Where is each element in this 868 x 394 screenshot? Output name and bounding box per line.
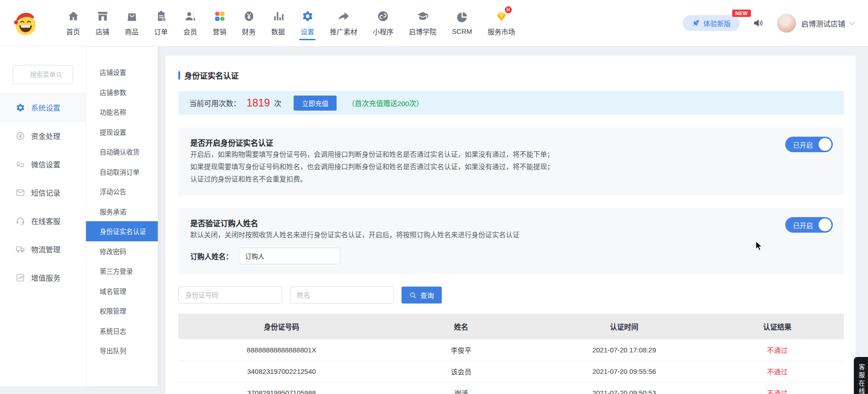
name-search-input[interactable] xyxy=(290,287,394,303)
gear-icon xyxy=(301,10,314,22)
submenu-item-auto-confirm-receipt[interactable]: 自动确认收货 xyxy=(86,142,158,162)
submenu-item-feature-names[interactable]: 功能名称 xyxy=(86,102,158,122)
table-header-row: 身份证号码 姓名 认证时间 认证结果 xyxy=(178,314,844,339)
submenu-item-domain-management[interactable]: 域名管理 xyxy=(86,281,158,301)
yuan-coin-icon xyxy=(243,10,255,22)
nav-item-promo-material[interactable]: 推广素材 xyxy=(322,0,365,46)
nav-label: 小程序 xyxy=(373,27,393,36)
submenu-item-system-log[interactable]: 系统日志 xyxy=(86,321,158,341)
cell-auth-time: 2021-07-20 09:50:53 xyxy=(538,382,711,394)
body-layout: 系统设置 资金处理 微信设置 短信记录 在线客服 物流管理 xyxy=(0,47,868,394)
nav-item-members[interactable]: 会员 xyxy=(176,0,205,46)
sidebar-item-system-settings[interactable]: 系统设置 xyxy=(0,93,86,122)
nav-item-marketing[interactable]: 营销 xyxy=(205,0,234,46)
orderer-name-field-row: 订购人姓名： xyxy=(190,248,832,264)
nav-item-finance[interactable]: 财务 xyxy=(234,0,263,46)
cell-id-number: 340823197002212540 xyxy=(178,361,385,382)
nav-item-data[interactable]: 数据 xyxy=(263,0,293,46)
quota-unit: 次 xyxy=(274,97,281,108)
search-icon xyxy=(56,71,63,78)
section-desc-line: 默认关闭，关闭时按照收货人姓名来进行身份证实名认证，开启后，将按照订购人姓名来进… xyxy=(190,229,832,241)
submenu-item-auto-cancel-order[interactable]: 自动取消订单 xyxy=(86,162,158,182)
pie-chart-icon xyxy=(456,11,468,23)
top-header: 首页 店铺 商品 订单 会员 营销 xyxy=(0,0,868,47)
announcement-speaker-icon[interactable] xyxy=(752,17,765,29)
nav-item-orders[interactable]: 订单 xyxy=(146,0,176,46)
section-desc-line: 如果提现需要填写身份证号码和姓名，也会调用接口判断身份证和姓名是否通过实名认证，… xyxy=(190,160,832,173)
submenu-item-withdraw-settings[interactable]: 提现设置 xyxy=(86,122,158,142)
admin-page: 首页 店铺 商品 订单 会员 营销 xyxy=(0,0,868,394)
submenu-item-export-queue[interactable]: 导出队列 xyxy=(86,341,158,361)
nav-item-goods[interactable]: 商品 xyxy=(117,0,146,46)
nav-label: SCRM xyxy=(452,27,472,35)
orderer-name-toggle[interactable]: 已开启 xyxy=(785,217,833,233)
trend-chart-icon xyxy=(16,273,25,282)
orderer-name-section: 是否验证订购人姓名 默认关闭，关闭时按照收货人姓名来进行身份证实名认证，开启后，… xyxy=(178,208,844,274)
clipboard-icon xyxy=(155,10,167,22)
cell-result: 不通过 xyxy=(711,361,844,382)
sidebar-item-wechat-settings[interactable]: 微信设置 xyxy=(0,150,86,178)
nav-item-miniprogram[interactable]: 小程序 xyxy=(365,0,401,46)
id-auth-toggle[interactable]: 已开启 xyxy=(785,137,833,152)
col-header-auth-time: 认证时间 xyxy=(538,314,711,339)
nav-item-scrm[interactable]: SCRM xyxy=(444,0,480,46)
sidebar-item-funds[interactable]: 资金处理 xyxy=(0,122,86,150)
nav-label: 启博学院 xyxy=(409,27,436,36)
menu-search-input[interactable] xyxy=(13,65,73,84)
sidebar-item-online-service[interactable]: 在线客服 xyxy=(0,207,86,235)
account-menu[interactable]: 启博测试店铺 xyxy=(777,14,854,33)
submenu-item-floating-notice[interactable]: 浮动公告 xyxy=(86,181,158,202)
submenu-item-shop-settings[interactable]: 店铺设置 xyxy=(86,62,158,82)
chevron-down-icon xyxy=(849,19,855,25)
shopping-bag-icon xyxy=(126,10,138,22)
id-auth-section: 是否开启身份证实名认证 开启后，如果购物需要填写身份证号码，会调用接口判断身份证… xyxy=(178,128,844,195)
nav-item-home[interactable]: 首页 xyxy=(59,0,88,46)
submenu-item-change-password[interactable]: 修改密码 xyxy=(86,241,158,261)
sidebar-item-label: 在线客服 xyxy=(31,215,60,226)
nav-label: 营销 xyxy=(213,27,226,36)
table-row: 340823197002212540 该会员 2021-07-20 09:55:… xyxy=(178,361,844,382)
nav-item-academy[interactable]: 启博学院 xyxy=(401,0,444,46)
customer-service-badge[interactable]: 客服在线 xyxy=(854,357,868,394)
submenu-item-shop-params[interactable]: 店铺参数 xyxy=(86,82,158,102)
main-content: 身份证实名认证 当前可用次数： 1819 次 立即充值 （首次充值赠送200次）… xyxy=(158,47,868,394)
recharge-button[interactable]: 立即充值 xyxy=(294,96,337,111)
id-number-search-input[interactable] xyxy=(178,287,282,303)
sidebar-item-logistics[interactable]: 物流管理 xyxy=(0,235,86,263)
sidebar-item-sms-records[interactable]: 短信记录 xyxy=(0,178,86,207)
new-badge: NEW xyxy=(732,10,751,17)
sidebar-item-label: 物流管理 xyxy=(31,244,60,255)
table-row: 88888888888888801X 李俊平 2021-07-20 17:08:… xyxy=(178,339,844,361)
query-button-label: 查询 xyxy=(420,290,434,300)
settings-submenu: 店铺设置 店铺参数 功能名称 提现设置 自动确认收货 自动取消订单 浮动公告 服… xyxy=(86,47,158,386)
section-title: 是否验证订购人姓名 xyxy=(190,218,832,229)
truck-icon xyxy=(16,245,25,254)
quota-value: 1819 xyxy=(246,97,270,109)
content-card: 身份证实名认证 当前可用次数： 1819 次 立即充值 （首次充值赠送200次）… xyxy=(166,56,856,394)
try-new-version-button[interactable]: 体验新版 NEW xyxy=(683,15,740,31)
main-nav: 首页 店铺 商品 订单 会员 营销 xyxy=(59,0,523,46)
nav-item-service-market[interactable]: H 服务市场 xyxy=(480,0,523,46)
orderer-name-input[interactable] xyxy=(239,248,340,264)
query-button[interactable]: 查询 xyxy=(402,287,442,303)
cell-auth-time: 2021-07-20 09:55:56 xyxy=(538,361,711,382)
submenu-item-permission-management[interactable]: 权限管理 xyxy=(86,301,158,321)
nav-item-shop[interactable]: 店铺 xyxy=(88,0,117,46)
page-title: 身份证实名认证 xyxy=(178,69,844,81)
graduation-cap-icon xyxy=(417,10,429,22)
shop-name: 启博测试店铺 xyxy=(801,18,845,29)
sidebar-item-label: 短信记录 xyxy=(31,187,60,198)
sidebar-item-value-added[interactable]: 增值服务 xyxy=(0,263,86,292)
cell-name: 谢浦 xyxy=(385,382,538,394)
search-icon xyxy=(409,292,417,299)
nav-item-settings[interactable]: 设置 xyxy=(293,0,322,46)
sidebar-item-label: 微信设置 xyxy=(31,159,60,170)
gear-icon xyxy=(16,103,25,112)
submenu-item-third-party-login[interactable]: 第三方登录 xyxy=(86,261,158,281)
brand-logo-icon xyxy=(12,10,39,37)
avatar xyxy=(777,14,796,33)
submenu-item-id-verification[interactable]: 身份证实名认证 xyxy=(86,221,158,241)
wechat-icon xyxy=(16,160,25,169)
title-accent-bar xyxy=(178,71,180,80)
submenu-item-service-promise[interactable]: 服务承诺 xyxy=(86,202,158,222)
